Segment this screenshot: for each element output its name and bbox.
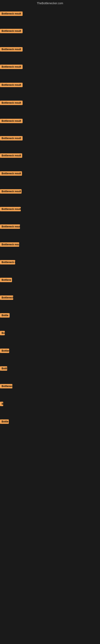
bottleneck-badge-14[interactable]: Bottleneck result [0,242,19,247]
bottleneck-badge-container-5: Bottleneck result [0,83,23,88]
bottleneck-badge-24[interactable]: Bottle [0,420,9,424]
bottleneck-badge-container-14: Bottleneck result [0,242,19,248]
bottleneck-badge-19[interactable]: Bo [0,331,5,335]
bottleneck-badge-18[interactable]: Bottle [0,313,10,318]
bottleneck-badge-container-19: Bo [0,331,5,336]
bottleneck-badge-container-10: Bottleneck result [0,171,22,176]
bottleneck-badge-2[interactable]: Bottleneck result [0,29,23,33]
site-title: TheBottlenecker.com [0,0,100,6]
bottleneck-badge-23[interactable]: B [0,402,3,406]
bottleneck-badge-6[interactable]: Bottleneck result [0,100,23,105]
bottleneck-badge-container-20: Bottler [0,348,9,354]
bottleneck-badge-container-7: Bottleneck result [0,119,23,124]
bottleneck-badge-container-18: Bottle [0,313,10,318]
bottleneck-badge-4[interactable]: Bottleneck result [0,64,23,69]
bottleneck-badge-20[interactable]: Bottler [0,348,9,353]
bottleneck-badge-container-22: Bottlenec [0,384,12,389]
bottleneck-badge-22[interactable]: Bottlenec [0,384,12,388]
bottleneck-badge-container-8: Bottleneck result [0,136,23,141]
bottleneck-badge-container-24: Bottle [0,420,9,425]
bottleneck-badge-10[interactable]: Bottleneck result [0,171,22,176]
bottleneck-badge-container-17: Bottleneck [0,296,13,301]
bottleneck-badge-container-6: Bottleneck result [0,100,23,106]
bottleneck-badge-11[interactable]: Bottleneck result [0,189,22,194]
bottleneck-badge-12[interactable]: Bottleneck result [0,207,21,211]
bottleneck-badge-container-21: Bottl [0,366,7,372]
bottleneck-badge-container-11: Bottleneck result [0,189,22,194]
bottleneck-badge-3[interactable]: Bottleneck result [0,47,23,52]
bottleneck-badge-16[interactable]: Bottlene [0,278,12,282]
bottleneck-badge-container-3: Bottleneck result [0,47,23,52]
bottleneck-badge-9[interactable]: Bottleneck result [0,153,22,158]
bottleneck-badge-8[interactable]: Bottleneck result [0,136,23,140]
bottleneck-badge-1[interactable]: Bottleneck result [0,12,23,16]
bottleneck-badge-15[interactable]: Bottleneck r [0,260,15,264]
bottleneck-badge-container-4: Bottleneck result [0,64,23,70]
bottleneck-badge-container-2: Bottleneck result [0,29,23,34]
bottleneck-badge-17[interactable]: Bottleneck [0,296,13,300]
bottleneck-badge-5[interactable]: Bottleneck result [0,83,23,87]
bottleneck-badge-container-1: Bottleneck result [0,12,23,17]
bottleneck-badge-container-13: Bottleneck result [0,224,20,230]
bottleneck-badge-container-15: Bottleneck r [0,260,15,265]
bottleneck-badge-container-16: Bottlene [0,278,12,283]
bottleneck-badge-13[interactable]: Bottleneck result [0,224,20,229]
bottleneck-badge-container-9: Bottleneck result [0,153,22,158]
bottleneck-badge-container-12: Bottleneck result [0,207,21,212]
bottleneck-badge-21[interactable]: Bottl [0,366,7,371]
bottleneck-badge-7[interactable]: Bottleneck result [0,119,23,123]
bottleneck-badge-container-23: B [0,402,3,407]
